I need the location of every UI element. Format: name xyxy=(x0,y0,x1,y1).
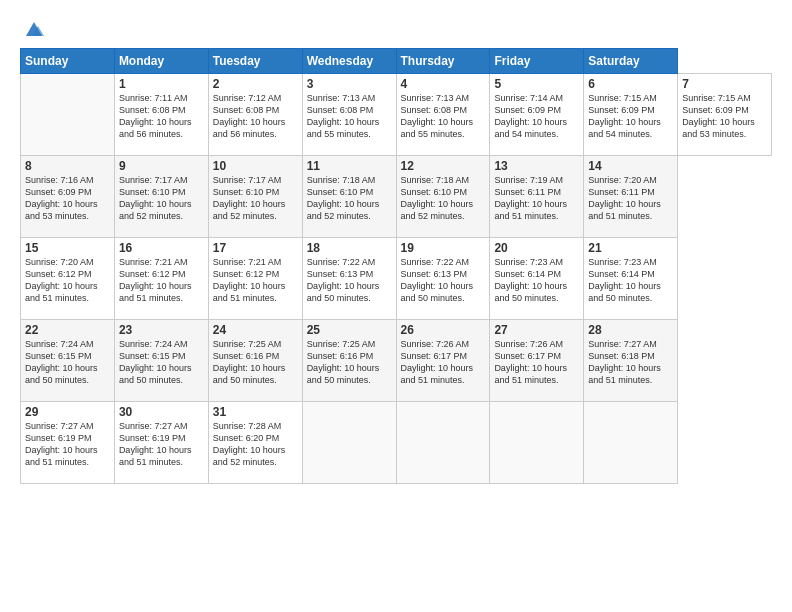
logo xyxy=(20,18,44,40)
day-info: Sunrise: 7:15 AM Sunset: 6:09 PM Dayligh… xyxy=(682,92,767,141)
calendar-header-tuesday: Tuesday xyxy=(208,49,302,74)
day-number: 6 xyxy=(588,77,673,91)
calendar-header-friday: Friday xyxy=(490,49,584,74)
calendar-cell xyxy=(396,402,490,484)
day-number: 2 xyxy=(213,77,298,91)
calendar: SundayMondayTuesdayWednesdayThursdayFrid… xyxy=(20,48,772,484)
calendar-cell: 5Sunrise: 7:14 AM Sunset: 6:09 PM Daylig… xyxy=(490,74,584,156)
day-info: Sunrise: 7:12 AM Sunset: 6:08 PM Dayligh… xyxy=(213,92,298,141)
calendar-week-row: 29Sunrise: 7:27 AM Sunset: 6:19 PM Dayli… xyxy=(21,402,772,484)
day-info: Sunrise: 7:22 AM Sunset: 6:13 PM Dayligh… xyxy=(401,256,486,305)
day-info: Sunrise: 7:14 AM Sunset: 6:09 PM Dayligh… xyxy=(494,92,579,141)
day-info: Sunrise: 7:21 AM Sunset: 6:12 PM Dayligh… xyxy=(213,256,298,305)
day-number: 19 xyxy=(401,241,486,255)
calendar-cell: 2Sunrise: 7:12 AM Sunset: 6:08 PM Daylig… xyxy=(208,74,302,156)
calendar-header-wednesday: Wednesday xyxy=(302,49,396,74)
calendar-cell: 30Sunrise: 7:27 AM Sunset: 6:19 PM Dayli… xyxy=(114,402,208,484)
calendar-cell: 4Sunrise: 7:13 AM Sunset: 6:08 PM Daylig… xyxy=(396,74,490,156)
calendar-cell xyxy=(584,402,678,484)
day-info: Sunrise: 7:19 AM Sunset: 6:11 PM Dayligh… xyxy=(494,174,579,223)
calendar-header-monday: Monday xyxy=(114,49,208,74)
day-number: 25 xyxy=(307,323,392,337)
day-number: 21 xyxy=(588,241,673,255)
header xyxy=(20,18,772,40)
day-info: Sunrise: 7:24 AM Sunset: 6:15 PM Dayligh… xyxy=(25,338,110,387)
day-number: 9 xyxy=(119,159,204,173)
day-number: 29 xyxy=(25,405,110,419)
day-number: 13 xyxy=(494,159,579,173)
day-info: Sunrise: 7:18 AM Sunset: 6:10 PM Dayligh… xyxy=(401,174,486,223)
day-info: Sunrise: 7:27 AM Sunset: 6:19 PM Dayligh… xyxy=(25,420,110,469)
calendar-cell: 14Sunrise: 7:20 AM Sunset: 6:11 PM Dayli… xyxy=(584,156,678,238)
calendar-cell: 12Sunrise: 7:18 AM Sunset: 6:10 PM Dayli… xyxy=(396,156,490,238)
day-number: 7 xyxy=(682,77,767,91)
day-info: Sunrise: 7:26 AM Sunset: 6:17 PM Dayligh… xyxy=(494,338,579,387)
calendar-cell: 27Sunrise: 7:26 AM Sunset: 6:17 PM Dayli… xyxy=(490,320,584,402)
calendar-cell xyxy=(490,402,584,484)
day-info: Sunrise: 7:20 AM Sunset: 6:12 PM Dayligh… xyxy=(25,256,110,305)
day-number: 18 xyxy=(307,241,392,255)
day-number: 15 xyxy=(25,241,110,255)
calendar-cell: 29Sunrise: 7:27 AM Sunset: 6:19 PM Dayli… xyxy=(21,402,115,484)
day-number: 4 xyxy=(401,77,486,91)
day-info: Sunrise: 7:23 AM Sunset: 6:14 PM Dayligh… xyxy=(588,256,673,305)
calendar-cell: 22Sunrise: 7:24 AM Sunset: 6:15 PM Dayli… xyxy=(21,320,115,402)
day-number: 23 xyxy=(119,323,204,337)
day-info: Sunrise: 7:16 AM Sunset: 6:09 PM Dayligh… xyxy=(25,174,110,223)
calendar-week-row: 22Sunrise: 7:24 AM Sunset: 6:15 PM Dayli… xyxy=(21,320,772,402)
calendar-cell: 20Sunrise: 7:23 AM Sunset: 6:14 PM Dayli… xyxy=(490,238,584,320)
day-info: Sunrise: 7:11 AM Sunset: 6:08 PM Dayligh… xyxy=(119,92,204,141)
day-info: Sunrise: 7:21 AM Sunset: 6:12 PM Dayligh… xyxy=(119,256,204,305)
day-number: 27 xyxy=(494,323,579,337)
calendar-cell: 26Sunrise: 7:26 AM Sunset: 6:17 PM Dayli… xyxy=(396,320,490,402)
calendar-week-row: 15Sunrise: 7:20 AM Sunset: 6:12 PM Dayli… xyxy=(21,238,772,320)
calendar-cell: 18Sunrise: 7:22 AM Sunset: 6:13 PM Dayli… xyxy=(302,238,396,320)
day-number: 8 xyxy=(25,159,110,173)
day-info: Sunrise: 7:26 AM Sunset: 6:17 PM Dayligh… xyxy=(401,338,486,387)
day-info: Sunrise: 7:27 AM Sunset: 6:18 PM Dayligh… xyxy=(588,338,673,387)
calendar-cell: 24Sunrise: 7:25 AM Sunset: 6:16 PM Dayli… xyxy=(208,320,302,402)
day-info: Sunrise: 7:25 AM Sunset: 6:16 PM Dayligh… xyxy=(213,338,298,387)
day-number: 20 xyxy=(494,241,579,255)
day-number: 10 xyxy=(213,159,298,173)
day-number: 5 xyxy=(494,77,579,91)
calendar-header-thursday: Thursday xyxy=(396,49,490,74)
day-number: 14 xyxy=(588,159,673,173)
calendar-cell xyxy=(302,402,396,484)
day-number: 30 xyxy=(119,405,204,419)
day-info: Sunrise: 7:15 AM Sunset: 6:09 PM Dayligh… xyxy=(588,92,673,141)
day-number: 17 xyxy=(213,241,298,255)
calendar-week-row: 1Sunrise: 7:11 AM Sunset: 6:08 PM Daylig… xyxy=(21,74,772,156)
day-info: Sunrise: 7:27 AM Sunset: 6:19 PM Dayligh… xyxy=(119,420,204,469)
calendar-cell: 7Sunrise: 7:15 AM Sunset: 6:09 PM Daylig… xyxy=(678,74,772,156)
page: SundayMondayTuesdayWednesdayThursdayFrid… xyxy=(0,0,792,612)
day-info: Sunrise: 7:17 AM Sunset: 6:10 PM Dayligh… xyxy=(119,174,204,223)
calendar-cell: 28Sunrise: 7:27 AM Sunset: 6:18 PM Dayli… xyxy=(584,320,678,402)
day-info: Sunrise: 7:24 AM Sunset: 6:15 PM Dayligh… xyxy=(119,338,204,387)
day-info: Sunrise: 7:25 AM Sunset: 6:16 PM Dayligh… xyxy=(307,338,392,387)
logo-icon xyxy=(22,18,44,40)
day-number: 3 xyxy=(307,77,392,91)
calendar-cell-empty xyxy=(21,74,115,156)
calendar-cell: 10Sunrise: 7:17 AM Sunset: 6:10 PM Dayli… xyxy=(208,156,302,238)
day-number: 11 xyxy=(307,159,392,173)
day-number: 26 xyxy=(401,323,486,337)
day-info: Sunrise: 7:28 AM Sunset: 6:20 PM Dayligh… xyxy=(213,420,298,469)
day-info: Sunrise: 7:23 AM Sunset: 6:14 PM Dayligh… xyxy=(494,256,579,305)
calendar-header-sunday: Sunday xyxy=(21,49,115,74)
calendar-week-row: 8Sunrise: 7:16 AM Sunset: 6:09 PM Daylig… xyxy=(21,156,772,238)
calendar-cell: 15Sunrise: 7:20 AM Sunset: 6:12 PM Dayli… xyxy=(21,238,115,320)
calendar-header-row: SundayMondayTuesdayWednesdayThursdayFrid… xyxy=(21,49,772,74)
day-number: 31 xyxy=(213,405,298,419)
day-info: Sunrise: 7:22 AM Sunset: 6:13 PM Dayligh… xyxy=(307,256,392,305)
day-info: Sunrise: 7:18 AM Sunset: 6:10 PM Dayligh… xyxy=(307,174,392,223)
calendar-cell: 23Sunrise: 7:24 AM Sunset: 6:15 PM Dayli… xyxy=(114,320,208,402)
calendar-cell: 13Sunrise: 7:19 AM Sunset: 6:11 PM Dayli… xyxy=(490,156,584,238)
calendar-header-saturday: Saturday xyxy=(584,49,678,74)
calendar-cell: 8Sunrise: 7:16 AM Sunset: 6:09 PM Daylig… xyxy=(21,156,115,238)
day-number: 22 xyxy=(25,323,110,337)
calendar-cell: 25Sunrise: 7:25 AM Sunset: 6:16 PM Dayli… xyxy=(302,320,396,402)
calendar-cell: 17Sunrise: 7:21 AM Sunset: 6:12 PM Dayli… xyxy=(208,238,302,320)
calendar-cell: 1Sunrise: 7:11 AM Sunset: 6:08 PM Daylig… xyxy=(114,74,208,156)
day-info: Sunrise: 7:20 AM Sunset: 6:11 PM Dayligh… xyxy=(588,174,673,223)
